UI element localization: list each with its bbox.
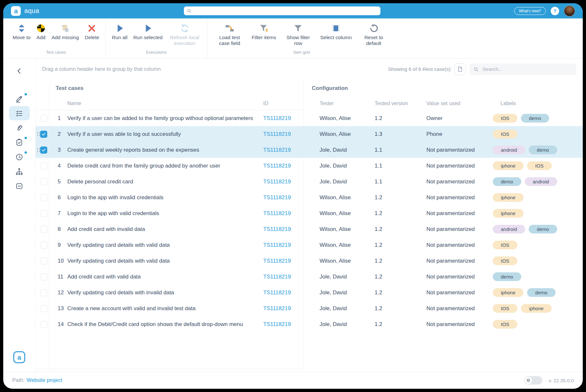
table-row[interactable]: 1Verify if a user can be added to the fa… bbox=[36, 110, 583, 126]
user-avatar[interactable] bbox=[564, 5, 575, 16]
column-header-value-set[interactable]: Value set used bbox=[426, 101, 493, 106]
add-button[interactable]: Add bbox=[33, 23, 49, 40]
global-search-input[interactable] bbox=[194, 8, 378, 14]
reset-to-default-button[interactable]: Reset to default bbox=[355, 23, 393, 46]
row-checkbox[interactable] bbox=[40, 115, 47, 122]
tested-version-cell: 1.2 bbox=[375, 321, 426, 328]
table-row[interactable]: 2Verify if a user was able to log out su… bbox=[36, 126, 583, 142]
row-checkbox[interactable] bbox=[40, 289, 47, 296]
row-checkbox[interactable] bbox=[40, 162, 47, 169]
checklist-icon bbox=[15, 109, 23, 117]
test-case-id-link[interactable]: TS1118219 bbox=[263, 163, 303, 169]
grid-search[interactable] bbox=[469, 63, 576, 75]
sidebar-item-tasks[interactable] bbox=[9, 135, 30, 149]
table-row[interactable]: 5Delete personal credit cardTS1118219Jol… bbox=[36, 174, 583, 190]
table-row[interactable]: 7Login to the app with valid credentials… bbox=[36, 205, 583, 221]
clipboard-check-icon bbox=[15, 138, 23, 147]
table-row[interactable]: 14Check if the Debit/Credit card option … bbox=[36, 316, 583, 332]
table-row[interactable]: 11Add credit card with valid dataTS11182… bbox=[36, 269, 583, 285]
run-all-button[interactable]: Run all bbox=[109, 23, 130, 40]
column-header-row: Name ID Tester Tested version Value set … bbox=[36, 97, 583, 110]
labels-cell: androiddemo bbox=[493, 146, 583, 154]
table-row[interactable]: 13Create a new account with valid and in… bbox=[36, 300, 583, 316]
global-search[interactable] bbox=[184, 6, 380, 15]
drag-handle-icon[interactable] bbox=[37, 148, 40, 152]
toolbar-group-caption: Item grid bbox=[210, 48, 393, 57]
grid-search-input[interactable] bbox=[482, 66, 572, 72]
sidebar-item-history[interactable] bbox=[9, 150, 30, 164]
test-case-id-link[interactable]: TS1118219 bbox=[263, 179, 303, 185]
row-checkbox[interactable] bbox=[40, 257, 47, 265]
whats-new-button[interactable]: What's new? bbox=[514, 7, 546, 15]
table-row[interactable]: 8Add credit card with invalid dataTS1118… bbox=[36, 221, 583, 237]
column-header-id[interactable]: ID bbox=[263, 101, 303, 106]
table-row[interactable]: 9Verify updating card details with valid… bbox=[36, 237, 583, 253]
value-set-cell: Not paramentarized bbox=[426, 274, 493, 280]
row-configuration-section: Wilson, Alise1.2Not paramentarizedIOS bbox=[303, 237, 583, 253]
value-set-cell: Phone bbox=[426, 131, 493, 137]
test-case-id-link[interactable]: TS1118219 bbox=[263, 226, 303, 233]
column-header-tester[interactable]: Tester bbox=[320, 101, 375, 106]
table-row[interactable]: 4Delete credit card from the family grou… bbox=[36, 158, 583, 174]
select-column-button[interactable]: Select column bbox=[317, 23, 355, 40]
table-row[interactable]: 10Verify updating card details with vali… bbox=[36, 253, 583, 269]
test-case-id-link[interactable]: TS1118219 bbox=[263, 210, 303, 217]
row-checkbox[interactable] bbox=[40, 305, 47, 312]
row-checkbox[interactable] bbox=[40, 194, 47, 201]
row-checkbox[interactable] bbox=[40, 131, 47, 138]
row-checkbox[interactable] bbox=[40, 147, 47, 154]
refresh-local-execution-button[interactable]: Refresh local execution bbox=[165, 23, 204, 46]
table-row[interactable]: 3Create general weekly reports based on … bbox=[36, 142, 583, 158]
test-case-id-link[interactable]: TS1118219 bbox=[263, 274, 303, 280]
row-checkbox[interactable] bbox=[40, 210, 47, 217]
row-number: 9 bbox=[47, 242, 67, 248]
test-case-name: Login to the app with valid credentials bbox=[67, 210, 263, 217]
table-row[interactable]: 6Login to the app with invalid credentia… bbox=[36, 190, 583, 205]
column-header-name[interactable]: Name bbox=[67, 101, 263, 106]
test-case-id-link[interactable]: TS1118219 bbox=[263, 258, 303, 264]
test-case-id-link[interactable]: TS1118219 bbox=[263, 289, 303, 296]
sidebar-item-attachments[interactable] bbox=[9, 121, 30, 135]
help-button[interactable]: ? bbox=[551, 7, 559, 15]
tester-cell: Jole, David bbox=[320, 321, 375, 328]
delete-button[interactable]: Delete bbox=[82, 23, 102, 40]
row-checkbox[interactable] bbox=[40, 242, 47, 249]
document-button[interactable] bbox=[454, 63, 466, 75]
test-case-id-link[interactable]: TS1118219 bbox=[263, 321, 303, 328]
column-header-tested-version[interactable]: Tested version bbox=[375, 101, 426, 106]
test-case-id-link[interactable]: TS1118219 bbox=[263, 242, 303, 248]
test-case-id-link[interactable]: TS1118219 bbox=[263, 131, 303, 137]
test-case-id-link[interactable]: TS1118219 bbox=[263, 147, 303, 153]
row-checkbox[interactable] bbox=[40, 226, 47, 233]
test-case-id-link[interactable]: TS1118219 bbox=[263, 194, 303, 201]
test-case-name: Create a new account with valid and inva… bbox=[67, 305, 263, 312]
sidebar-item-edit[interactable] bbox=[9, 92, 30, 106]
add-missing-button[interactable]: Add missing bbox=[49, 23, 82, 40]
load-test-case-field-button[interactable]: Load test case field bbox=[210, 23, 249, 46]
filter-items-button[interactable]: Filter items bbox=[249, 23, 279, 40]
table-row[interactable]: 12Verify updating card details with inva… bbox=[36, 285, 583, 300]
test-case-id-link[interactable]: TS1118219 bbox=[263, 305, 303, 312]
show-filter-row-button[interactable]: Show filter row bbox=[279, 23, 317, 46]
settings-toggle[interactable]: ⚙ bbox=[524, 376, 542, 385]
test-case-id-link[interactable]: TS1118219 bbox=[263, 115, 303, 122]
value-set-cell: Not paramentarized bbox=[426, 242, 493, 248]
add-icon bbox=[36, 23, 46, 34]
run-selected-button[interactable]: Run selected bbox=[130, 23, 165, 40]
row-number: 14 bbox=[47, 321, 67, 328]
tester-cell: Jole, David bbox=[320, 305, 375, 312]
row-configuration-section: Wilson, Alise1.2Not paramentarizedIOS bbox=[303, 253, 583, 269]
column-header-labels[interactable]: Labels bbox=[493, 101, 583, 106]
path-project-link[interactable]: Website project bbox=[27, 377, 62, 383]
sidebar-item-test-cases[interactable] bbox=[9, 106, 30, 120]
value-set-cell: Not paramentarized bbox=[426, 226, 493, 233]
move-to-button[interactable]: Move to bbox=[10, 23, 33, 40]
row-checkbox[interactable] bbox=[40, 321, 47, 328]
row-checkbox[interactable] bbox=[40, 178, 47, 185]
sidebar-item-notes[interactable] bbox=[9, 179, 30, 193]
drag-handle-icon[interactable] bbox=[37, 132, 40, 136]
sidebar-item-collapse[interactable] bbox=[9, 64, 30, 78]
sidebar-item-hierarchy[interactable] bbox=[9, 164, 30, 179]
row-test-case-section: 7Login to the app with valid credentials… bbox=[36, 205, 303, 221]
row-checkbox[interactable] bbox=[40, 273, 47, 280]
